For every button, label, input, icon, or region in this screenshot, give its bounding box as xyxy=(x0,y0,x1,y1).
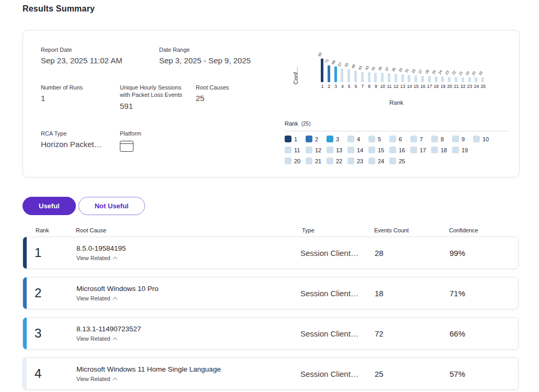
rank-checkbox[interactable] xyxy=(306,136,312,142)
rank-checkbox[interactable] xyxy=(368,158,375,164)
rank-checkbox[interactable] xyxy=(306,147,312,153)
rank-checkbox[interactable] xyxy=(368,136,375,142)
legend-item-rank-20[interactable]: 20 xyxy=(285,158,306,164)
rank-checkbox[interactable] xyxy=(410,147,417,153)
legend-item-rank-11[interactable]: 11 xyxy=(285,147,306,153)
field-label: Root Causes xyxy=(196,84,229,91)
legend-item-rank-16[interactable]: 16 xyxy=(389,147,410,153)
rank-checkbox[interactable] xyxy=(389,158,396,164)
legend-item-rank-24[interactable]: 24 xyxy=(368,158,389,164)
legend-row: 12345678910 xyxy=(285,136,509,142)
confidence-bar xyxy=(421,76,424,82)
legend-item-rank-3[interactable]: 3 xyxy=(327,136,347,142)
rank-label: 14 xyxy=(357,147,363,153)
legend-item-rank-14[interactable]: 14 xyxy=(347,147,368,153)
legend-item-rank-4[interactable]: 4 xyxy=(347,136,368,142)
bar-rank-16: 2716 xyxy=(420,38,426,117)
field-label: Number of Runs xyxy=(41,84,83,91)
legend-item-rank-8[interactable]: 8 xyxy=(431,136,452,142)
confidence-bar xyxy=(441,76,444,82)
confidence-bar xyxy=(334,66,337,82)
row-type: Session Client… xyxy=(300,289,358,298)
row-root-cause: 8.5.0-19584195View Related xyxy=(76,244,126,261)
legend-item-rank-19[interactable]: 19 xyxy=(452,147,473,153)
confidence-bar xyxy=(468,77,471,82)
chevron-up-icon xyxy=(113,377,118,380)
view-related-link[interactable]: View Related xyxy=(76,295,159,301)
rank-checkbox[interactable] xyxy=(285,147,291,153)
legend-item-rank-2[interactable]: 2 xyxy=(306,136,327,142)
column-header-confidence: Confidence xyxy=(449,227,478,233)
legend-title: Rank xyxy=(285,120,298,127)
legend-item-rank-9[interactable]: 9 xyxy=(452,136,473,142)
view-related-link[interactable]: View Related xyxy=(76,255,126,261)
legend-item-rank-18[interactable]: 18 xyxy=(431,147,452,153)
bar-rank-2: 712 xyxy=(326,38,332,117)
rank-checkbox[interactable] xyxy=(389,147,396,153)
bar-rank-14: 3114 xyxy=(406,38,412,117)
rank-checkbox[interactable] xyxy=(389,136,396,142)
rank-checkbox[interactable] xyxy=(327,136,333,142)
bar-rank-24: 2024 xyxy=(473,38,479,117)
legend-item-rank-12[interactable]: 12 xyxy=(306,147,327,153)
row-confidence: 66% xyxy=(450,329,465,338)
legend-item-rank-6[interactable]: 6 xyxy=(389,136,410,142)
view-related-link[interactable]: View Related xyxy=(76,376,221,382)
bar-rank-9: 419 xyxy=(373,38,379,117)
windows-window-icon xyxy=(120,141,133,152)
bar-x-tick: 10 xyxy=(379,84,386,89)
rank-checkbox[interactable] xyxy=(452,136,459,142)
view-related-link[interactable]: View Related xyxy=(76,335,141,342)
rank-label: 19 xyxy=(462,147,468,153)
bar-x-tick: 2 xyxy=(326,84,332,89)
bar-x-tick: 13 xyxy=(400,84,406,89)
field-date-range: Date Range Sep 3, 2025 - Sep 9, 2025 xyxy=(159,46,251,65)
row-type: Session Client… xyxy=(300,369,358,378)
legend-item-rank-25[interactable]: 25 xyxy=(389,158,410,164)
bar-x-tick: 12 xyxy=(393,84,399,89)
rank-checkbox[interactable] xyxy=(306,158,312,164)
bar-x-tick: 3 xyxy=(333,84,339,89)
legend-item-rank-13[interactable]: 13 xyxy=(327,147,347,153)
rank-checkbox[interactable] xyxy=(431,147,438,153)
rank-checkbox[interactable] xyxy=(347,136,354,142)
legend-header: Rank(25) xyxy=(285,120,509,131)
useful-button[interactable]: Useful xyxy=(23,197,76,215)
confidence-by-rank-chart: Conf… 9917126635745554864374384193910371… xyxy=(285,38,515,117)
root-cause-name: Microsoft Windows 11 Home Single Languag… xyxy=(76,365,221,373)
bar-rank-1: 991 xyxy=(319,38,325,117)
legend-row: 111213141516171819 xyxy=(285,147,509,153)
column-header-type: Type xyxy=(302,227,315,233)
legend-item-rank-7[interactable]: 7 xyxy=(410,136,431,142)
rank-label: 21 xyxy=(315,158,321,164)
rank-checkbox[interactable] xyxy=(285,158,291,164)
legend-item-rank-17[interactable]: 17 xyxy=(410,147,431,153)
rank-checkbox[interactable] xyxy=(285,136,291,142)
rank-checkbox[interactable] xyxy=(327,158,333,164)
legend-item-rank-21[interactable]: 21 xyxy=(306,158,327,164)
rank-checkbox[interactable] xyxy=(327,147,333,153)
bar-rank-4: 574 xyxy=(339,38,345,117)
legend-item-rank-5[interactable]: 5 xyxy=(368,136,389,142)
rank-checkbox[interactable] xyxy=(410,136,417,142)
confidence-bar xyxy=(401,74,404,82)
legend-item-rank-23[interactable]: 23 xyxy=(347,158,368,164)
bar-x-tick: 24 xyxy=(473,84,479,89)
rank-label: 3 xyxy=(336,136,339,142)
bar-x-tick: 15 xyxy=(413,84,419,89)
rank-checkbox[interactable] xyxy=(347,147,354,153)
rank-checkbox[interactable] xyxy=(431,136,438,142)
bar-rank-8: 438 xyxy=(366,38,373,117)
rank-checkbox[interactable] xyxy=(452,147,459,153)
legend-item-rank-15[interactable]: 15 xyxy=(368,147,389,153)
row-type: Session Client… xyxy=(300,329,358,338)
legend-item-rank-22[interactable]: 22 xyxy=(327,158,347,164)
rank-checkbox[interactable] xyxy=(368,147,375,153)
rank-checkbox[interactable] xyxy=(347,158,354,164)
rank-checkbox[interactable] xyxy=(473,136,480,142)
bar-rank-6: 486 xyxy=(353,38,359,117)
not-useful-button[interactable]: Not Useful xyxy=(78,197,145,215)
legend-item-rank-10[interactable]: 10 xyxy=(473,136,494,142)
legend-item-rank-1[interactable]: 1 xyxy=(285,136,306,142)
rank-label: 9 xyxy=(462,136,465,142)
